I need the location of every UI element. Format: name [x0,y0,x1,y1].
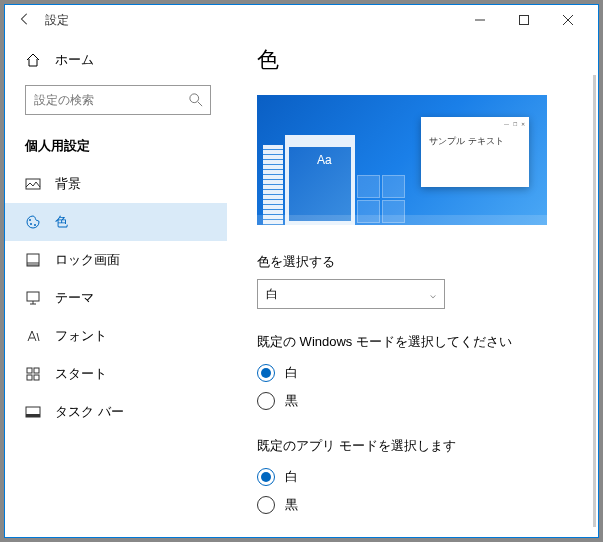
svg-rect-14 [26,414,40,417]
sidebar: ホーム 個人用設定 背景 色 ロック画面 テーマ [5,35,227,537]
radio-label: 白 [285,364,298,382]
start-icon [25,366,41,382]
palette-icon [25,214,41,230]
sidebar-item-label: スタート [55,365,107,383]
choose-color-value: 白 [266,286,278,303]
radio-icon [257,364,275,382]
svg-rect-11 [27,375,32,380]
sidebar-item-label: 背景 [55,175,81,193]
sidebar-item-lockscreen[interactable]: ロック画面 [5,241,227,279]
search-input[interactable] [25,85,211,115]
font-icon [25,328,41,344]
titlebar: 設定 [5,5,598,35]
sidebar-item-start[interactable]: スタート [5,355,227,393]
sidebar-item-label: ロック画面 [55,251,120,269]
preview-window: —☐✕ サンプル テキスト [421,117,529,187]
sidebar-item-fonts[interactable]: フォント [5,317,227,355]
theme-icon [25,290,41,306]
radio-icon [257,392,275,410]
windows-mode-group: 白 黒 [257,359,568,415]
windows-mode-dark[interactable]: 黒 [257,387,568,415]
radio-icon [257,468,275,486]
svg-rect-12 [34,375,39,380]
radio-label: 黒 [285,496,298,514]
radio-label: 黒 [285,392,298,410]
svg-rect-9 [27,368,32,373]
sidebar-item-label: タスク バー [55,403,124,421]
svg-rect-10 [34,368,39,373]
back-button[interactable] [13,12,37,29]
choose-color-label: 色を選択する [257,253,568,271]
sidebar-item-colors[interactable]: 色 [5,203,227,241]
search-icon [189,93,203,107]
chevron-down-icon: ⌵ [430,289,436,300]
windows-mode-light[interactable]: 白 [257,359,568,387]
app-mode-light[interactable]: 白 [257,463,568,491]
preview-aa: Aa [317,153,332,167]
preview-sample-text: サンプル テキスト [421,131,529,152]
lockscreen-icon [25,252,41,268]
sidebar-home[interactable]: ホーム [5,43,227,77]
sidebar-item-background[interactable]: 背景 [5,165,227,203]
image-icon [25,176,41,192]
windows-mode-label: 既定の Windows モードを選択してください [257,333,568,351]
scrollbar[interactable] [593,75,596,527]
svg-rect-0 [520,16,529,25]
window-title: 設定 [45,12,69,29]
app-mode-dark[interactable]: 黒 [257,491,568,519]
radio-label: 白 [285,468,298,486]
settings-window: 設定 ホーム 個人用設定 背景 色 [4,4,599,538]
sidebar-home-label: ホーム [55,51,94,69]
minimize-button[interactable] [458,5,502,35]
sidebar-item-label: テーマ [55,289,94,307]
page-title: 色 [257,45,568,75]
svg-point-5 [34,224,36,226]
app-mode-label: 既定のアプリ モードを選択します [257,437,568,455]
choose-color-select[interactable]: 白 ⌵ [257,279,445,309]
sidebar-section-title: 個人用設定 [5,123,227,165]
svg-rect-8 [27,292,39,301]
radio-icon [257,496,275,514]
svg-point-1 [190,94,199,103]
sidebar-item-label: 色 [55,213,68,231]
close-button[interactable] [546,5,590,35]
svg-point-4 [30,223,32,225]
sidebar-item-taskbar[interactable]: タスク バー [5,393,227,431]
svg-rect-7 [27,262,39,266]
maximize-button[interactable] [502,5,546,35]
content: 色 Aa —☐✕ サンプル テキスト 色を選択する 白 ⌵ 既定の Window… [227,35,598,537]
sidebar-item-label: フォント [55,327,107,345]
home-icon [25,52,41,68]
app-mode-group: 白 黒 [257,463,568,519]
color-preview: Aa —☐✕ サンプル テキスト [257,95,547,225]
svg-point-3 [29,219,31,221]
sidebar-item-themes[interactable]: テーマ [5,279,227,317]
taskbar-icon [25,404,41,420]
